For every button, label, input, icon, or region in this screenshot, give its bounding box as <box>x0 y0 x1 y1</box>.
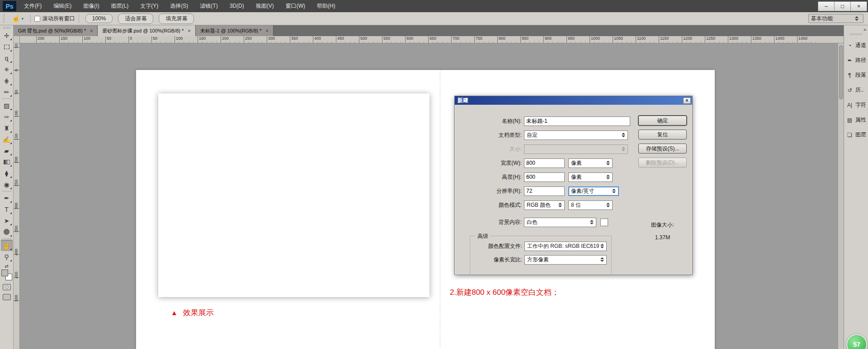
type-tool-glyph: T <box>5 206 9 213</box>
menu-item[interactable]: 图像(I) <box>77 0 105 12</box>
blur-tool[interactable]: ⧫ <box>1 168 13 179</box>
color-mode-select[interactable]: RGB 颜色 <box>524 200 565 210</box>
maximize-icon[interactable]: □ <box>834 1 851 11</box>
background-contents-select[interactable]: 白色 <box>524 218 596 227</box>
current-tool-button[interactable]: ☝ ▾ <box>9 14 27 23</box>
dock-panel-layers[interactable]: ❏图层 <box>844 127 868 142</box>
shape-tool[interactable] <box>1 226 13 237</box>
dock-panel-properties[interactable]: ▤属性 <box>844 112 868 127</box>
advanced-group: 高级 颜色配置文件: 工作中的 RGB: sRGB IEC619... <box>470 236 612 275</box>
tab-close-icon[interactable]: × <box>90 28 93 33</box>
dock-panel-channels[interactable]: ◔通道 <box>844 38 868 53</box>
crop-tool[interactable]: ⋕ <box>1 75 13 86</box>
eraser-tool[interactable]: ▰ <box>1 145 13 156</box>
dialog-title-bar[interactable]: 新建 × <box>455 96 692 105</box>
color-profile-select[interactable]: 工作中的 RGB: sRGB IEC619... <box>524 242 607 251</box>
menu-item[interactable]: 图层(L) <box>105 0 135 12</box>
color-mode-label: 颜色模式: <box>455 201 524 209</box>
scroll-all-windows-checkbox[interactable] <box>34 16 40 22</box>
ruler-tick-label: 50 <box>14 47 20 70</box>
menu-item[interactable]: 编辑(E) <box>47 0 77 12</box>
separator <box>79 14 79 23</box>
quick-mask-icon[interactable] <box>3 284 11 290</box>
dock-panel-character[interactable]: A|字符 <box>844 98 868 112</box>
hand-tool[interactable]: ☝ <box>1 240 13 251</box>
resolution-unit-select[interactable]: 像素/英寸 <box>568 186 619 196</box>
vertical-scrollbar[interactable] <box>838 43 844 349</box>
dialog-close-icon[interactable]: × <box>683 98 691 104</box>
resolution-input[interactable] <box>524 186 565 196</box>
menu-item[interactable]: 文字(Y) <box>134 0 164 12</box>
pixel-aspect-select[interactable]: 方形像素 <box>524 255 607 265</box>
bit-depth-select[interactable]: 8 位 <box>568 200 613 210</box>
subtool-indicator <box>10 187 12 189</box>
expand-panels-icon[interactable]: » <box>863 27 866 32</box>
height-input[interactable] <box>524 172 565 182</box>
dock-panel-paths[interactable]: ✒路径 <box>844 53 868 68</box>
save-preset-button[interactable]: 存储预设(S)... <box>638 144 687 154</box>
lasso-tool[interactable]: ɋ <box>1 52 13 64</box>
minimize-icon[interactable]: – <box>818 1 835 11</box>
panel-dock: » ◔通道✒路径¶段落↺历..A|字符▤属性❏图层 <box>844 25 868 349</box>
quick-selection-tool[interactable]: ✳ <box>1 64 13 75</box>
close-icon[interactable]: × <box>850 1 867 11</box>
color-swatches <box>1 270 12 280</box>
type-tool[interactable]: T <box>1 204 13 215</box>
workspace-selector[interactable]: 基本功能 <box>808 14 863 23</box>
dodge-tool[interactable]: ◉ <box>1 179 13 190</box>
width-unit-select[interactable]: 像素 <box>568 158 613 168</box>
menu-item[interactable]: 3D(D) <box>224 0 250 12</box>
height-unit-select[interactable]: 像素 <box>568 172 613 182</box>
background-contents-value: 白色 <box>527 219 589 226</box>
menu-item[interactable]: 视图(V) <box>250 0 280 12</box>
eyedropper-tool[interactable]: ✏ <box>1 86 13 98</box>
menu-item[interactable]: 选择(S) <box>164 0 194 12</box>
background-color-swatch[interactable] <box>600 219 608 226</box>
scrollbar-thumb[interactable] <box>839 45 843 99</box>
menu-item[interactable]: 帮助(H) <box>311 0 341 12</box>
ruler-corner <box>14 36 20 43</box>
name-input[interactable] <box>524 116 630 126</box>
marquee-tool[interactable] <box>1 41 13 52</box>
document-type-select[interactable]: 自定 <box>524 130 628 140</box>
menu-item[interactable]: 窗口(W) <box>280 0 311 12</box>
foreground-color-swatch[interactable] <box>1 270 8 276</box>
healing-brush-tool[interactable]: ▨ <box>1 100 13 111</box>
dodge-tool-glyph: ◉ <box>4 181 9 188</box>
menu-item[interactable]: 滤镜(T) <box>194 0 223 12</box>
spinner-icon <box>854 16 860 21</box>
document-tab[interactable]: 磨砂图标步骤.psd @ 100%(RGB/8) *× <box>98 25 195 36</box>
height-unit-value: 像素 <box>571 173 605 181</box>
tab-close-icon[interactable]: × <box>188 28 190 33</box>
dock-panel-history[interactable]: ↺历.. <box>844 83 868 98</box>
move-tool[interactable]: ✛ <box>1 30 13 41</box>
menu-item[interactable]: 文件(F) <box>18 0 47 12</box>
history-brush-tool[interactable]: ✍ <box>1 134 13 145</box>
tab-close-icon[interactable]: × <box>266 28 269 33</box>
reset-button[interactable]: 复位 <box>638 130 687 140</box>
width-input[interactable] <box>524 158 565 168</box>
document-tab[interactable]: Gift 臂包.psd @ 50%(RGB/8) *× <box>14 25 98 36</box>
clone-stamp-tool[interactable]: ♜ <box>1 122 13 134</box>
ruler-tick-label: 350 <box>290 36 313 43</box>
step-note-text: 2.新建800 x 600像素空白文档； <box>450 287 559 298</box>
pen-tool[interactable]: ✒ <box>1 192 13 204</box>
zoom-100-button[interactable]: 100% <box>85 14 113 23</box>
tab-label: Gift 臂包.psd @ 50%(RGB/8) * <box>18 28 86 34</box>
swap-colors-icon[interactable]: ⇄ <box>5 264 8 269</box>
fill-screen-button[interactable]: 填充屏幕 <box>159 14 194 24</box>
dock-panel-paragraph[interactable]: ¶段落 <box>844 68 868 83</box>
fit-screen-button[interactable]: 适合屏幕 <box>118 14 153 24</box>
width-unit-value: 像素 <box>571 159 605 167</box>
zoom-tool[interactable]: ⚲ <box>1 251 13 262</box>
ok-button[interactable]: 确定 <box>638 116 687 126</box>
color-mode-value: RGB 颜色 <box>527 201 557 209</box>
spinner-icon <box>611 189 617 193</box>
path-selection-tool[interactable]: ➤ <box>1 215 13 226</box>
gradient-tool[interactable] <box>1 156 13 168</box>
paragraph-icon: ¶ <box>846 72 854 79</box>
ruler-tick-label: 1100 <box>636 36 659 43</box>
document-tab[interactable]: 未标题-1 @ 100%(RGB/8) *× <box>196 25 274 36</box>
screen-mode-icon[interactable] <box>3 294 11 300</box>
brush-tool[interactable]: ✑ <box>1 111 13 122</box>
